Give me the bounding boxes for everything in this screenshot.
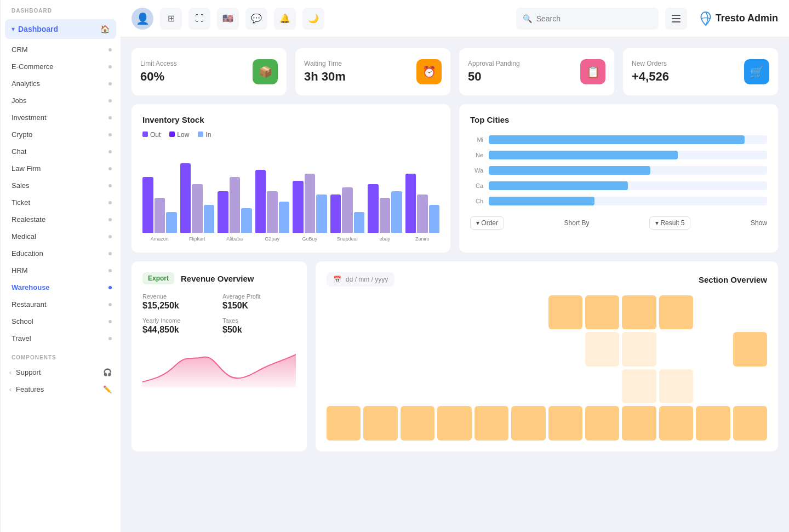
sidebar-item-ecommerce[interactable]: E-Commerce <box>1 58 121 75</box>
export-button[interactable]: Export <box>142 272 174 284</box>
sidebar-item-restaurant[interactable]: Restaurant <box>1 296 121 313</box>
sidebar-item-school[interactable]: School <box>1 313 121 330</box>
menu-line <box>672 21 681 22</box>
bar-cell <box>342 187 353 233</box>
section-grid-cell <box>548 406 582 440</box>
chat-icon-button[interactable]: 💬 <box>245 8 267 30</box>
sidebar-item-lawfirm[interactable]: Law Firm <box>1 160 121 177</box>
yearly-value: $44,850k <box>142 325 216 335</box>
topbar: 👤 ⊞ ⛶ 🇺🇸 💬 🔔 🌙 🔍 Tresto Admin <box>121 0 789 37</box>
sidebar-item-sales[interactable]: Sales <box>1 177 121 194</box>
sidebar-item-dashboard[interactable]: ▾ Dashboard 🏠 <box>5 19 116 39</box>
sidebar-item-label: E-Commerce <box>12 62 54 71</box>
hbar-track <box>489 197 767 205</box>
flag-icon-button[interactable]: 🇺🇸 <box>217 8 239 30</box>
sidebar-item-hrm[interactable]: HRM <box>1 262 121 279</box>
sidebar-item-label: Chat <box>12 147 26 156</box>
sidebar-section-dashboard: DASHBOARD <box>1 0 121 17</box>
search-bar: 🔍 <box>516 8 659 30</box>
bell-icon-button[interactable]: 🔔 <box>274 8 296 30</box>
sidebar-item-travel[interactable]: Travel <box>1 330 121 347</box>
grid-icon-button[interactable]: ⊞ <box>160 8 182 30</box>
section-grid-cell <box>659 295 693 329</box>
section-grid-cell <box>511 332 545 366</box>
bar-cell <box>429 205 440 233</box>
section-grid-cell <box>733 406 767 440</box>
stat-info: Approval Panding 50 <box>468 60 520 84</box>
bar-group <box>293 156 327 233</box>
section-grid-cell <box>622 332 656 366</box>
bar-group <box>405 156 440 233</box>
search-input[interactable] <box>536 14 652 23</box>
hamburger-button[interactable] <box>665 8 687 30</box>
sidebar-item-features[interactable]: ‹ Features ✏️ <box>1 381 121 398</box>
sidebar-item-medical[interactable]: Medical <box>1 228 121 245</box>
section-title: Section Overview <box>699 275 767 284</box>
sidebar-section-components: COMPONENTS <box>1 347 121 364</box>
bar-group <box>255 156 290 233</box>
stat-card-approval: Approval Panding 50 📋 <box>459 48 614 95</box>
sidebar-item-education[interactable]: Education <box>1 245 121 262</box>
stat-label: New Orders <box>632 60 669 67</box>
inventory-card: Inventory Stock Out Low In AmazonFlipkar… <box>132 104 450 253</box>
sidebar-item-investment[interactable]: Investment <box>1 109 121 126</box>
bar-cell <box>267 191 278 233</box>
section-grid-cell <box>327 406 361 440</box>
sidebar-item-chat[interactable]: Chat <box>1 143 121 160</box>
moon-icon-button[interactable]: 🌙 <box>302 8 324 30</box>
bar-cell <box>368 184 379 233</box>
hbar-fill <box>489 166 650 175</box>
yearly-label: Yearly Income <box>142 317 216 324</box>
expand-icon-button[interactable]: ⛶ <box>188 8 210 30</box>
hbar-fill <box>489 151 678 159</box>
bar-label: Amazon <box>142 236 177 242</box>
section-grid-cell <box>327 295 361 329</box>
section-grid-cell <box>622 369 656 403</box>
hbar-fill <box>489 181 628 190</box>
sidebar-item-realestate[interactable]: Realestate <box>1 211 121 228</box>
section-grid-cell <box>474 406 508 440</box>
bar-group <box>368 156 402 233</box>
sidebar-item-label: Jobs <box>12 96 26 105</box>
bar-group <box>218 156 252 233</box>
stat-value: +4,526 <box>632 70 669 84</box>
sidebar-dot <box>108 184 112 187</box>
calendar-icon: 📅 <box>333 276 341 283</box>
result-button[interactable]: ▾ Result 5 <box>649 216 690 230</box>
taxes-label: Taxes <box>222 317 296 324</box>
section-grid-cell <box>363 369 397 403</box>
sidebar-item-support[interactable]: ‹ Support 🎧 <box>1 364 121 381</box>
revenue-grid: Revenue $15,250k Average Profit $150K Ye… <box>142 293 296 335</box>
sidebar-item-label: HRM <box>12 266 28 274</box>
hbar-row: Ch <box>470 197 767 205</box>
sidebar-support-label: Support <box>16 368 41 376</box>
section-grid-cell <box>511 295 545 329</box>
sidebar-dot <box>108 99 112 102</box>
sidebar-item-ticket[interactable]: Ticket <box>1 194 121 211</box>
sidebar-item-analytics[interactable]: Analytics <box>1 75 121 92</box>
date-input[interactable]: 📅 dd / mm / yyyy <box>327 272 395 287</box>
hbar-city-label: Ca <box>470 182 483 189</box>
section-grid-cell <box>437 295 471 329</box>
stat-icon-orders: 🛒 <box>744 59 769 84</box>
sidebar-dashboard-label: Dashboard <box>18 25 58 33</box>
sidebar-item-jobs[interactable]: Jobs <box>1 92 121 109</box>
sidebar-item-crypto[interactable]: Crypto <box>1 126 121 143</box>
revenue-item-revenue: Revenue $15,250k <box>142 293 216 311</box>
sidebar-dot <box>108 150 112 153</box>
sidebar-item-crm[interactable]: CRM <box>1 41 121 58</box>
bar-cell <box>192 184 203 233</box>
section-grid-cell <box>437 406 471 440</box>
stat-value: 3h 30m <box>304 70 346 84</box>
section-grid-cell <box>659 369 693 403</box>
section-grid-cell <box>548 295 582 329</box>
stat-info: Limit Access 60% <box>140 60 177 84</box>
sidebar-item-warehouse[interactable]: Warehouse <box>1 279 121 296</box>
bar-cell <box>142 177 153 233</box>
order-button[interactable]: ▾ Order <box>470 216 504 230</box>
bar-label: Flipkart <box>180 236 215 242</box>
chevron-left-icon: ‹ <box>9 369 12 376</box>
bar-label: GoBuy <box>293 236 327 242</box>
legend-in: In <box>198 131 211 139</box>
sidebar-item-label: Warehouse <box>12 283 50 291</box>
